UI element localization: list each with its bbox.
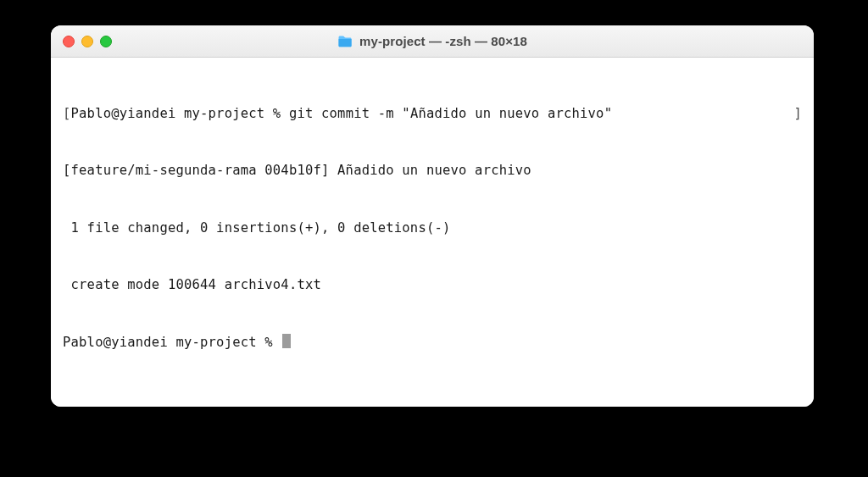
bracket-open: [ [63, 106, 71, 121]
close-icon[interactable] [63, 36, 75, 47]
terminal-line: [Pablo@yiandei my-project % git commit -… [63, 104, 802, 123]
prompt-text: Pablo@yiandei my-project % [71, 106, 289, 121]
zoom-icon[interactable] [100, 36, 112, 47]
terminal-line: [feature/mi-segunda-rama 004b10f] Añadid… [63, 161, 802, 180]
bracket-close: ] [793, 104, 802, 123]
command-text: git commit -m "Añadido un nuevo archivo" [289, 106, 612, 121]
folder-icon [337, 36, 353, 47]
minimize-icon[interactable] [81, 36, 93, 47]
terminal-prompt-line: Pablo@yiandei my-project % [63, 333, 802, 352]
prompt-text: Pablo@yiandei my-project % [63, 335, 281, 350]
window-controls [51, 36, 112, 47]
terminal-line: create mode 100644 archivo4.txt [63, 275, 802, 294]
cursor-icon [282, 334, 290, 349]
terminal-window: my-project — -zsh — 80×18 [Pablo@yiandei… [51, 25, 814, 407]
window-title-wrap: my-project — -zsh — 80×18 [51, 34, 814, 48]
terminal-line: 1 file changed, 0 insertions(+), 0 delet… [63, 219, 802, 237]
terminal-output[interactable]: [Pablo@yiandei my-project % git commit -… [51, 58, 814, 407]
titlebar: my-project — -zsh — 80×18 [51, 25, 814, 58]
window-title: my-project — -zsh — 80×18 [359, 34, 527, 48]
